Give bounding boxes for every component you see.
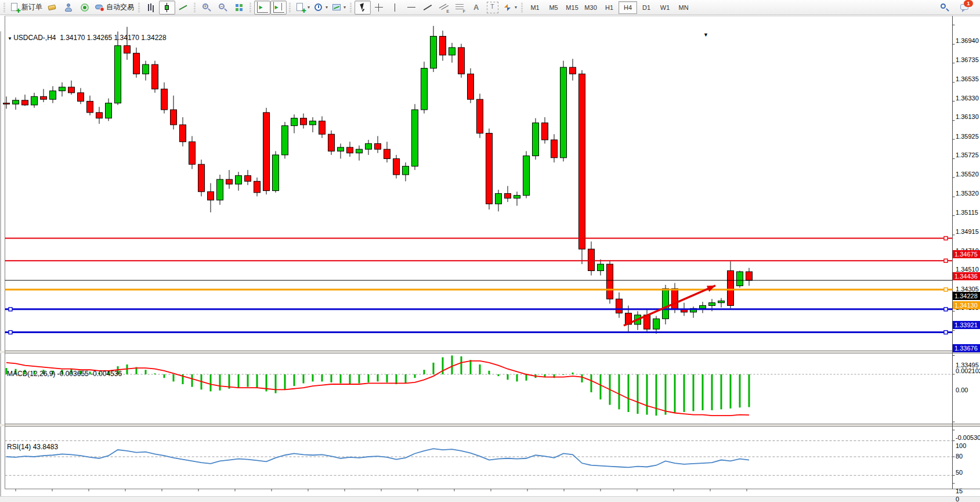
new-order-button[interactable]: 新订单 <box>8 1 44 15</box>
auto-scroll-button[interactable] <box>254 1 270 15</box>
main-toolbar: 新订单自动交易▾▾▾▾M1M5M15M30H1H4D1W1MN1 <box>0 0 980 15</box>
dropdown-caret-icon[interactable]: ▾ <box>515 5 517 10</box>
fibonacci-button[interactable] <box>452 1 468 15</box>
hlines-layer <box>5 237 953 334</box>
line-handle <box>944 237 948 240</box>
candle <box>477 93 483 138</box>
timeframe-m15-button[interactable]: M15 <box>563 1 581 14</box>
indicators-button[interactable]: ▾ <box>294 1 312 15</box>
toolbar-grip <box>3 3 5 12</box>
equidistant-channel-button[interactable] <box>436 1 452 15</box>
price-axis-label: 1.35320 <box>956 190 979 197</box>
templates-button[interactable]: ▾ <box>330 1 348 15</box>
candle <box>22 95 28 106</box>
candle <box>421 62 428 113</box>
candle <box>161 82 168 114</box>
toolbar-grip <box>249 3 251 12</box>
notification-badge: 1 <box>964 0 973 7</box>
tile-windows-button[interactable] <box>231 1 247 15</box>
candlestick-mode-button[interactable] <box>159 1 175 15</box>
timeframe-w1-button[interactable]: W1 <box>656 1 674 14</box>
timeframe-h1-button[interactable]: H1 <box>600 1 619 14</box>
candle <box>393 155 400 179</box>
candle <box>449 43 455 63</box>
candle <box>412 104 418 170</box>
symbol-dropdown-icon[interactable]: ▼ <box>8 36 13 41</box>
axis-ticks <box>16 25 955 492</box>
timeframe-m5-button[interactable]: M5 <box>544 1 563 14</box>
text-label-button[interactable] <box>484 1 501 15</box>
macd-layer <box>5 356 953 416</box>
rsi-axis-label: 100 <box>956 442 966 449</box>
arrows-button[interactable]: ▾ <box>501 1 519 15</box>
rsi-line <box>6 449 749 467</box>
timeframe-mn-button[interactable]: MN <box>674 1 693 14</box>
trendline-button[interactable] <box>420 1 436 15</box>
timeframe-d1-button[interactable]: D1 <box>637 1 656 14</box>
line-handle <box>9 331 12 334</box>
candle <box>124 27 131 60</box>
periods-button[interactable]: ▾ <box>312 1 330 15</box>
candle <box>570 59 576 80</box>
toolbar-grip <box>521 3 523 12</box>
chart-symbol-header[interactable]: ▼ USDCAD-,H4 1.34170 1.34265 1.34170 1.3… <box>8 34 167 42</box>
hline-icon <box>406 2 417 13</box>
chart-canvas[interactable] <box>0 16 980 502</box>
chart-shift-button[interactable] <box>270 1 287 15</box>
candle <box>579 70 585 264</box>
price-axis-label: 1.34915 <box>956 228 979 235</box>
chart-shift-icon <box>273 2 284 13</box>
zoom-in-button[interactable] <box>198 1 215 15</box>
rsi-axis-label: 0 <box>956 496 959 502</box>
cursor-button[interactable] <box>355 1 371 15</box>
macd-axis-label: 0.002102 <box>956 367 980 374</box>
text-button[interactable] <box>468 1 484 15</box>
candle <box>700 302 706 313</box>
candle <box>143 61 149 81</box>
autotrade-button[interactable]: 自动交易 <box>93 1 136 15</box>
crosshair-button[interactable] <box>371 1 387 15</box>
candles-layer <box>3 26 753 334</box>
profile-icon <box>63 2 74 13</box>
macd-axis-label: -0.005303 <box>956 434 980 441</box>
candle <box>208 183 214 212</box>
candle <box>533 118 539 160</box>
bar-chart-mode-button[interactable] <box>143 1 159 15</box>
dropdown-caret-icon[interactable]: ▾ <box>343 5 346 10</box>
candle <box>468 68 474 103</box>
price-axis-label: 1.35520 <box>956 171 979 178</box>
zoom-in-icon <box>201 2 212 13</box>
candle <box>189 136 196 169</box>
crosshair-icon <box>374 2 384 13</box>
new-order-icon <box>10 2 20 13</box>
dropdown-caret-icon[interactable]: ▾ <box>326 5 328 10</box>
signals-button[interactable] <box>77 1 93 15</box>
notifications-button[interactable]: 1 <box>957 1 973 15</box>
candle <box>152 61 158 93</box>
candle <box>171 96 177 129</box>
timeframe-m1-button[interactable]: M1 <box>526 1 544 14</box>
trendline-icon <box>422 2 433 13</box>
market-profile-button[interactable] <box>60 1 77 15</box>
horizontal-line-button[interactable] <box>403 1 420 15</box>
indicators-icon <box>295 2 306 13</box>
candle <box>598 259 604 276</box>
timeframe-m30-button[interactable]: M30 <box>581 1 600 14</box>
chart-window[interactable]: ▼ USDCAD-,H4 1.34170 1.34265 1.34170 1.3… <box>0 16 980 496</box>
cursor-icon <box>357 2 368 13</box>
candle <box>217 175 223 205</box>
chart-shift-marker[interactable]: ▼ <box>703 32 708 38</box>
vertical-line-button[interactable] <box>387 1 403 15</box>
toolbox-button[interactable] <box>44 1 60 15</box>
toolbar-right: 1 <box>936 1 979 15</box>
candle <box>106 99 112 121</box>
candle <box>737 270 743 287</box>
candle <box>59 82 66 96</box>
candle <box>273 151 279 192</box>
zoom-out-button[interactable] <box>215 1 231 15</box>
line-chart-mode-button[interactable] <box>175 1 191 15</box>
dropdown-caret-icon[interactable]: ▾ <box>308 5 310 10</box>
timeframe-h4-button[interactable]: H4 <box>619 1 637 14</box>
symbol-period-label: USDCAD-,H4 <box>13 34 56 42</box>
search-button[interactable] <box>936 1 952 15</box>
